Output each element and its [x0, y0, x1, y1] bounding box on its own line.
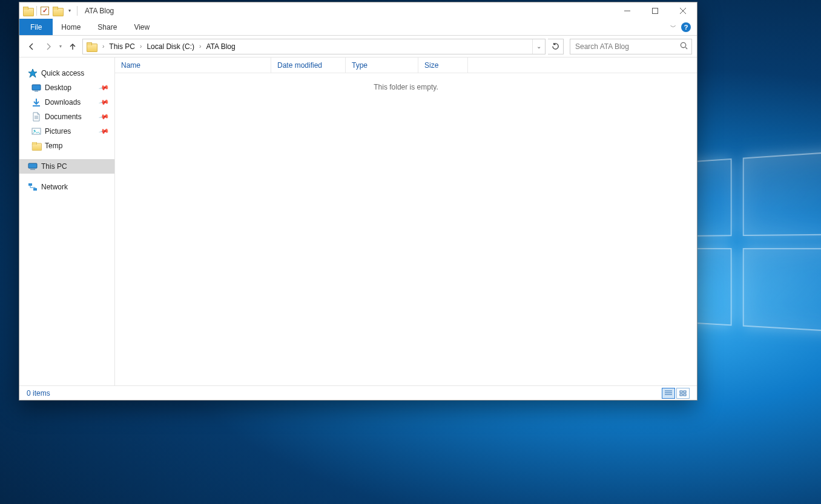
ribbon-expand-icon[interactable]: ﹀ — [670, 23, 676, 31]
breadcrumb-current[interactable]: ATA Blog — [203, 42, 237, 51]
search-box[interactable] — [570, 39, 692, 54]
chevron-right-icon[interactable]: › — [100, 43, 107, 50]
empty-folder-message: This folder is empty. — [115, 73, 697, 91]
tab-view[interactable]: View — [125, 19, 158, 35]
sidebar-item-pictures[interactable]: Pictures 📌 — [19, 124, 114, 139]
up-button[interactable] — [65, 39, 80, 54]
sort-ascending-icon: ˄ — [191, 57, 194, 62]
sidebar-item-label: Network — [41, 183, 68, 191]
navigation-pane: Quick access Desktop 📌 Downloads 📌 Docum… — [19, 57, 115, 385]
app-folder-icon — [23, 7, 33, 15]
separator — [36, 6, 37, 16]
status-bar: 0 items — [19, 385, 697, 400]
chevron-right-icon[interactable]: › — [137, 43, 144, 50]
column-size[interactable]: Size — [418, 57, 468, 73]
forward-button[interactable] — [41, 39, 56, 54]
svg-marker-7 — [28, 69, 37, 77]
back-button[interactable] — [24, 39, 39, 54]
svg-rect-10 — [33, 105, 40, 106]
star-icon — [28, 68, 38, 78]
svg-rect-23 — [680, 391, 682, 393]
file-explorer-window: ✓ ▾ ATA Blog File Home Share View ﹀ ? ▾ … — [19, 2, 697, 401]
document-icon — [31, 112, 41, 122]
svg-point-5 — [681, 42, 685, 47]
svg-rect-19 — [33, 188, 37, 191]
search-icon[interactable] — [676, 41, 691, 52]
column-type[interactable]: Type — [346, 57, 418, 73]
sidebar-item-label: Temp — [45, 142, 62, 150]
breadcrumb-local-disk[interactable]: Local Disk (C:) — [144, 42, 197, 51]
tab-share[interactable]: Share — [89, 19, 125, 35]
qat-customize-dropdown[interactable]: ▾ — [66, 7, 73, 15]
qat-new-folder-icon[interactable] — [53, 7, 62, 15]
address-bar[interactable]: › This PC › Local Disk (C:) › ATA Blog ⌄ — [82, 39, 546, 54]
search-input[interactable] — [570, 42, 676, 51]
download-icon — [31, 97, 41, 107]
svg-rect-25 — [680, 394, 682, 396]
column-headers: Name ˄ Date modified Type Size — [115, 57, 697, 73]
column-name[interactable]: Name ˄ — [115, 57, 271, 73]
sidebar-item-label: Quick access — [41, 69, 84, 77]
desktop-icon — [31, 83, 41, 93]
pin-icon: 📌 — [99, 111, 110, 123]
column-label: Name — [121, 61, 140, 70]
tab-home[interactable]: Home — [53, 19, 89, 35]
titlebar[interactable]: ✓ ▾ ATA Blog — [19, 2, 697, 19]
svg-line-6 — [685, 47, 687, 49]
window-title: ATA Blog — [81, 7, 114, 15]
content-pane: Name ˄ Date modified Type Size This fold… — [115, 57, 697, 385]
address-folder-icon — [87, 42, 96, 51]
item-count: 0 items — [27, 389, 50, 398]
ribbon: File Home Share View ﹀ ? — [19, 19, 697, 36]
sidebar-item-label: This PC — [41, 162, 67, 171]
sidebar-item-label: Documents — [45, 113, 82, 121]
file-tab[interactable]: File — [19, 19, 53, 35]
svg-rect-17 — [30, 169, 35, 170]
svg-rect-16 — [28, 163, 37, 168]
sidebar-item-label: Pictures — [45, 127, 71, 136]
sidebar-quick-access[interactable]: Quick access — [19, 66, 114, 80]
address-history-dropdown[interactable]: ⌄ — [532, 39, 545, 54]
folder-icon — [31, 141, 41, 151]
separator — [77, 6, 77, 16]
pin-icon: 📌 — [99, 82, 110, 94]
svg-rect-9 — [35, 91, 38, 92]
close-button[interactable] — [669, 2, 697, 19]
sidebar-item-temp[interactable]: Temp — [19, 139, 114, 153]
sidebar-item-documents[interactable]: Documents 📌 — [19, 110, 114, 124]
column-date-modified[interactable]: Date modified — [271, 57, 346, 73]
refresh-button[interactable] — [548, 39, 564, 54]
large-icons-view-button[interactable] — [676, 388, 690, 399]
pin-icon: 📌 — [99, 126, 110, 137]
sidebar-this-pc[interactable]: This PC — [19, 159, 114, 174]
svg-rect-18 — [28, 183, 32, 186]
sidebar-item-desktop[interactable]: Desktop 📌 — [19, 80, 114, 95]
svg-rect-1 — [653, 8, 658, 13]
breadcrumb-this-pc[interactable]: This PC — [107, 42, 137, 51]
recent-locations-dropdown[interactable]: ▾ — [58, 44, 63, 49]
sidebar-item-label: Downloads — [45, 98, 81, 106]
network-icon — [28, 182, 38, 192]
svg-rect-26 — [684, 394, 686, 396]
help-icon[interactable]: ? — [681, 22, 691, 32]
this-pc-icon — [28, 162, 38, 171]
chevron-right-icon[interactable]: › — [197, 43, 203, 50]
maximize-button[interactable] — [641, 2, 669, 19]
svg-rect-24 — [684, 391, 686, 393]
pin-icon: 📌 — [99, 97, 110, 108]
qat-properties-icon[interactable]: ✓ — [41, 7, 49, 15]
svg-rect-8 — [32, 85, 41, 90]
pictures-icon — [31, 126, 41, 136]
nav-row: ▾ › This PC › Local Disk (C:) › ATA Blog… — [19, 36, 697, 57]
minimize-button[interactable] — [613, 2, 641, 19]
sidebar-network[interactable]: Network — [19, 180, 114, 194]
sidebar-item-label: Desktop — [45, 83, 71, 92]
sidebar-item-downloads[interactable]: Downloads 📌 — [19, 95, 114, 110]
details-view-button[interactable] — [662, 388, 675, 399]
